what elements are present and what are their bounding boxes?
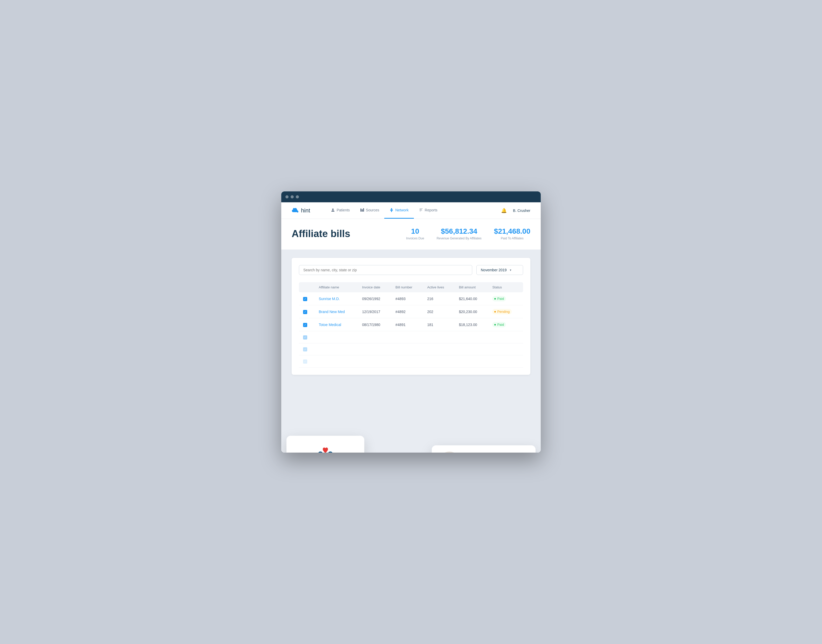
status-text: Paid <box>497 297 504 301</box>
row-active-lives <box>423 343 455 355</box>
row-invoice-date <box>358 355 391 368</box>
row-affiliate-name[interactable]: Sunrise M.D. <box>315 292 358 305</box>
browser-window: hint Patients Sources <box>281 192 541 452</box>
status-dot <box>494 298 496 299</box>
logo-text: hint <box>301 207 310 214</box>
row-bill-number: #4891 <box>391 318 423 331</box>
row-bill-number: #4892 <box>391 305 423 318</box>
logo: hint <box>292 207 310 214</box>
row-active-lives: 181 <box>423 318 455 331</box>
date-value: November 2019 <box>481 268 507 272</box>
date-select[interactable]: November 2019 ▼ <box>476 265 523 275</box>
nav-item-network[interactable]: Network <box>384 202 413 219</box>
browser-dot-green <box>296 195 299 198</box>
table-row <box>299 343 523 355</box>
status-badge: Paid <box>492 296 506 301</box>
row-status: Paid <box>488 292 523 305</box>
row-affiliate-name <box>315 355 358 368</box>
browser-dot-red <box>286 195 289 198</box>
patients-icon <box>331 208 335 212</box>
col-affiliate-name: Affiliate name <box>315 282 358 292</box>
row-invoice-date: 09/26/1992 <box>358 292 391 305</box>
col-bill-amount: Bill amount <box>455 282 488 292</box>
row-bill-amount: $18,123.00 <box>455 318 488 331</box>
row-affiliate-name <box>315 343 358 355</box>
network-icon <box>389 208 393 212</box>
table-row <box>299 355 523 368</box>
row-bill-amount <box>455 355 488 368</box>
row-status: Paid <box>488 318 523 331</box>
stat-invoices-value: 10 <box>406 227 424 236</box>
content-card: November 2019 ▼ Affiliate name Invoice d… <box>292 258 530 375</box>
nav-patients-label: Patients <box>336 208 350 212</box>
table-row: Brand New Med 12/19/2017 #4892 202 $20,2… <box>299 305 523 318</box>
row-status <box>488 355 523 368</box>
row-bill-number <box>391 355 423 368</box>
row-active-lives <box>423 331 455 343</box>
cloud-icon <box>292 208 299 213</box>
page-body: November 2019 ▼ Affiliate name Invoice d… <box>281 250 541 452</box>
stat-revenue-label: Revenue Generated By Affiliates <box>437 236 482 240</box>
table-row: Totoe Medical 08/17/1980 #4891 181 $18,1… <box>299 318 523 331</box>
row-bill-number: #4893 <box>391 292 423 305</box>
row-checkbox[interactable] <box>299 331 315 343</box>
svg-rect-1 <box>362 209 363 212</box>
browser-content: hint Patients Sources <box>281 202 541 452</box>
stat-paid-label: Paid To Affiliates <box>494 236 530 240</box>
chevron-down-icon: ▼ <box>509 269 512 271</box>
row-affiliate-name[interactable]: Totoe Medical <box>315 318 358 331</box>
card-loving-hands: Loving Hands $3,471.00 Paid <box>286 436 364 452</box>
row-checkbox[interactable] <box>299 355 315 368</box>
row-status: Pending <box>488 305 523 318</box>
status-text: Pending <box>497 310 510 314</box>
reports-icon <box>419 208 423 212</box>
col-status: Status <box>488 282 523 292</box>
stat-revenue-value: $56,812.34 <box>437 227 482 236</box>
bell-icon[interactable]: 🔔 <box>501 208 507 213</box>
nav-network-label: Network <box>395 208 409 212</box>
col-active-lives: Active lives <box>423 282 455 292</box>
svg-rect-0 <box>360 209 361 212</box>
row-bill-amount: $20,230.00 <box>455 305 488 318</box>
row-checkbox[interactable] <box>299 343 315 355</box>
avatar <box>439 452 460 452</box>
nav-sources-label: Sources <box>366 208 379 212</box>
browser-titlebar <box>281 192 541 202</box>
row-status <box>488 343 523 355</box>
row-active-lives: 216 <box>423 292 455 305</box>
row-status <box>488 331 523 343</box>
col-checkbox <box>299 282 315 292</box>
stat-paid-value: $21,468.00 <box>494 227 530 236</box>
col-invoice-date: Invoice date <box>358 282 391 292</box>
stat-invoices-label: Invoices Due <box>406 236 424 240</box>
page-title: Affiliate bills <box>292 228 350 239</box>
sources-icon <box>360 208 364 212</box>
nav-reports-label: Reports <box>425 208 438 212</box>
affiliate-table: Affiliate name Invoice date Bill number … <box>299 282 523 368</box>
floating-cards-container: Loving Hands $3,471.00 Paid <box>292 375 530 437</box>
nav-item-sources[interactable]: Sources <box>355 202 384 219</box>
row-affiliate-name[interactable]: Brand New Med <box>315 305 358 318</box>
row-bill-amount: $21,640.00 <box>455 292 488 305</box>
search-input[interactable] <box>299 265 472 275</box>
col-bill-number: Bill number <box>391 282 423 292</box>
table-header-row: Affiliate name Invoice date Bill number … <box>299 282 523 292</box>
row-affiliate-name <box>315 331 358 343</box>
row-checkbox[interactable] <box>299 305 315 318</box>
row-invoice-date <box>358 331 391 343</box>
table-body: Sunrise M.D. 09/26/1992 #4893 216 $21,64… <box>299 292 523 367</box>
loving-hands-icon <box>315 444 336 452</box>
table-header: Affiliate name Invoice date Bill number … <box>299 282 523 292</box>
status-badge: Paid <box>492 322 506 327</box>
row-invoice-date: 12/19/2017 <box>358 305 391 318</box>
nav-item-patients[interactable]: Patients <box>326 202 355 219</box>
heart-icon-container <box>294 444 357 452</box>
row-checkbox[interactable] <box>299 318 315 331</box>
row-bill-number <box>391 331 423 343</box>
nav-item-reports[interactable]: Reports <box>414 202 442 219</box>
status-dot <box>494 311 496 313</box>
row-checkbox[interactable] <box>299 292 315 305</box>
table-row: Sunrise M.D. 09/26/1992 #4893 216 $21,64… <box>299 292 523 305</box>
status-text: Paid <box>497 323 504 327</box>
stat-revenue: $56,812.34 Revenue Generated By Affiliat… <box>437 227 482 240</box>
